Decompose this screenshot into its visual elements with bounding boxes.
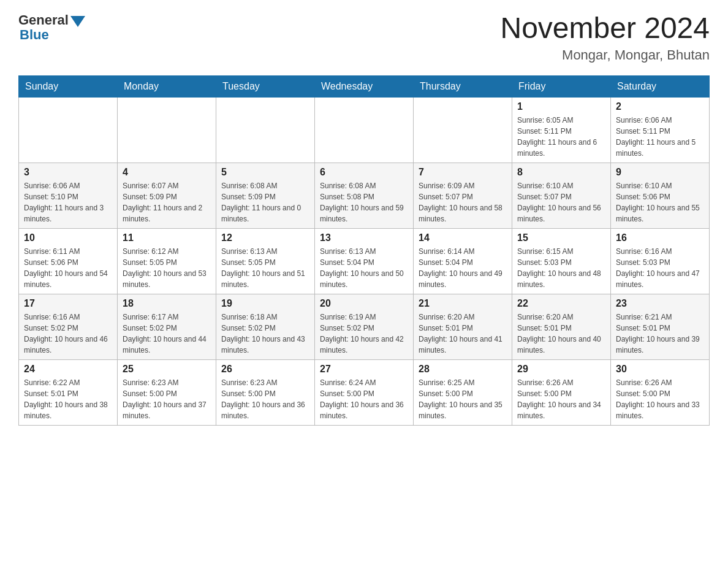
day-info: Sunrise: 6:06 AMSunset: 5:11 PMDaylight:… bbox=[616, 115, 704, 159]
page-header: General Blue November 2024 Mongar, Monga… bbox=[18, 12, 710, 63]
calendar-day-cell bbox=[118, 97, 216, 163]
calendar-day-cell: 15Sunrise: 6:15 AMSunset: 5:03 PMDayligh… bbox=[512, 228, 611, 294]
calendar-table: SundayMondayTuesdayWednesdayThursdayFrid… bbox=[18, 75, 710, 426]
calendar-day-cell: 2Sunrise: 6:06 AMSunset: 5:11 PMDaylight… bbox=[611, 97, 710, 163]
calendar-day-cell: 16Sunrise: 6:16 AMSunset: 5:03 PMDayligh… bbox=[611, 228, 710, 294]
day-info: Sunrise: 6:12 AMSunset: 5:05 PMDaylight:… bbox=[123, 246, 211, 290]
day-info: Sunrise: 6:10 AMSunset: 5:07 PMDaylight:… bbox=[517, 180, 605, 224]
day-info: Sunrise: 6:22 AMSunset: 5:01 PMDaylight:… bbox=[24, 377, 112, 421]
day-info: Sunrise: 6:13 AMSunset: 5:04 PMDaylight:… bbox=[320, 246, 408, 290]
day-info: Sunrise: 6:10 AMSunset: 5:06 PMDaylight:… bbox=[616, 180, 704, 224]
calendar-day-cell: 3Sunrise: 6:06 AMSunset: 5:10 PMDaylight… bbox=[19, 163, 118, 228]
calendar-weekday-friday: Friday bbox=[512, 75, 611, 97]
calendar-weekday-sunday: Sunday bbox=[19, 75, 118, 97]
calendar-day-cell: 9Sunrise: 6:10 AMSunset: 5:06 PMDaylight… bbox=[611, 163, 710, 228]
day-info: Sunrise: 6:06 AMSunset: 5:10 PMDaylight:… bbox=[24, 180, 112, 224]
calendar-week-row: 17Sunrise: 6:16 AMSunset: 5:02 PMDayligh… bbox=[19, 294, 710, 359]
day-number: 21 bbox=[419, 298, 507, 309]
day-number: 10 bbox=[24, 232, 112, 243]
logo-general-text: General bbox=[18, 12, 69, 28]
day-info: Sunrise: 6:05 AMSunset: 5:11 PMDaylight:… bbox=[517, 115, 605, 159]
day-info: Sunrise: 6:17 AMSunset: 5:02 PMDaylight:… bbox=[123, 312, 211, 356]
day-number: 24 bbox=[24, 364, 112, 375]
day-number: 14 bbox=[419, 232, 507, 243]
day-number: 22 bbox=[517, 298, 605, 309]
day-info: Sunrise: 6:09 AMSunset: 5:07 PMDaylight:… bbox=[419, 180, 507, 224]
calendar-weekday-monday: Monday bbox=[118, 75, 216, 97]
calendar-day-cell: 7Sunrise: 6:09 AMSunset: 5:07 PMDaylight… bbox=[414, 163, 512, 228]
day-info: Sunrise: 6:21 AMSunset: 5:01 PMDaylight:… bbox=[616, 312, 704, 356]
day-number: 23 bbox=[616, 298, 704, 309]
day-number: 15 bbox=[517, 232, 605, 243]
calendar-weekday-thursday: Thursday bbox=[414, 75, 512, 97]
calendar-day-cell: 11Sunrise: 6:12 AMSunset: 5:05 PMDayligh… bbox=[118, 228, 216, 294]
day-info: Sunrise: 6:26 AMSunset: 5:00 PMDaylight:… bbox=[616, 377, 704, 421]
day-info: Sunrise: 6:20 AMSunset: 5:01 PMDaylight:… bbox=[419, 312, 507, 356]
day-number: 28 bbox=[419, 364, 507, 375]
day-number: 5 bbox=[221, 167, 309, 178]
calendar-weekday-saturday: Saturday bbox=[611, 75, 710, 97]
calendar-day-cell: 1Sunrise: 6:05 AMSunset: 5:11 PMDaylight… bbox=[512, 97, 611, 163]
calendar-day-cell: 13Sunrise: 6:13 AMSunset: 5:04 PMDayligh… bbox=[315, 228, 414, 294]
day-number: 25 bbox=[123, 364, 211, 375]
calendar-weekday-wednesday: Wednesday bbox=[315, 75, 414, 97]
calendar-day-cell: 14Sunrise: 6:14 AMSunset: 5:04 PMDayligh… bbox=[414, 228, 512, 294]
logo-blue-text: Blue bbox=[20, 27, 49, 43]
calendar-header-row: SundayMondayTuesdayWednesdayThursdayFrid… bbox=[19, 75, 710, 97]
day-info: Sunrise: 6:13 AMSunset: 5:05 PMDaylight:… bbox=[221, 246, 309, 290]
calendar-day-cell bbox=[414, 97, 512, 163]
calendar-day-cell: 17Sunrise: 6:16 AMSunset: 5:02 PMDayligh… bbox=[19, 294, 118, 359]
calendar-day-cell: 28Sunrise: 6:25 AMSunset: 5:00 PMDayligh… bbox=[414, 359, 512, 425]
day-number: 13 bbox=[320, 232, 408, 243]
day-number: 9 bbox=[616, 167, 704, 178]
calendar-day-cell: 23Sunrise: 6:21 AMSunset: 5:01 PMDayligh… bbox=[611, 294, 710, 359]
location-title: Mongar, Mongar, Bhutan bbox=[500, 47, 710, 63]
calendar-day-cell: 25Sunrise: 6:23 AMSunset: 5:00 PMDayligh… bbox=[118, 359, 216, 425]
calendar-day-cell: 5Sunrise: 6:08 AMSunset: 5:09 PMDaylight… bbox=[216, 163, 315, 228]
day-info: Sunrise: 6:23 AMSunset: 5:00 PMDaylight:… bbox=[123, 377, 211, 421]
day-number: 27 bbox=[320, 364, 408, 375]
calendar-week-row: 1Sunrise: 6:05 AMSunset: 5:11 PMDaylight… bbox=[19, 97, 710, 163]
day-info: Sunrise: 6:20 AMSunset: 5:01 PMDaylight:… bbox=[517, 312, 605, 356]
day-info: Sunrise: 6:26 AMSunset: 5:00 PMDaylight:… bbox=[517, 377, 605, 421]
day-number: 1 bbox=[517, 101, 605, 112]
day-number: 29 bbox=[517, 364, 605, 375]
day-number: 11 bbox=[123, 232, 211, 243]
day-number: 18 bbox=[123, 298, 211, 309]
day-info: Sunrise: 6:08 AMSunset: 5:08 PMDaylight:… bbox=[320, 180, 408, 224]
day-info: Sunrise: 6:15 AMSunset: 5:03 PMDaylight:… bbox=[517, 246, 605, 290]
day-info: Sunrise: 6:19 AMSunset: 5:02 PMDaylight:… bbox=[320, 312, 408, 356]
day-number: 2 bbox=[616, 101, 704, 112]
day-number: 17 bbox=[24, 298, 112, 309]
day-number: 4 bbox=[123, 167, 211, 178]
month-title: November 2024 bbox=[500, 12, 710, 45]
calendar-week-row: 10Sunrise: 6:11 AMSunset: 5:06 PMDayligh… bbox=[19, 228, 710, 294]
day-info: Sunrise: 6:14 AMSunset: 5:04 PMDaylight:… bbox=[419, 246, 507, 290]
calendar-day-cell: 27Sunrise: 6:24 AMSunset: 5:00 PMDayligh… bbox=[315, 359, 414, 425]
day-info: Sunrise: 6:18 AMSunset: 5:02 PMDaylight:… bbox=[221, 312, 309, 356]
day-number: 30 bbox=[616, 364, 704, 375]
day-number: 26 bbox=[221, 364, 309, 375]
day-info: Sunrise: 6:16 AMSunset: 5:03 PMDaylight:… bbox=[616, 246, 704, 290]
logo-arrow-icon bbox=[70, 16, 85, 27]
calendar-weekday-tuesday: Tuesday bbox=[216, 75, 315, 97]
day-info: Sunrise: 6:07 AMSunset: 5:09 PMDaylight:… bbox=[123, 180, 211, 224]
day-info: Sunrise: 6:11 AMSunset: 5:06 PMDaylight:… bbox=[24, 246, 112, 290]
logo: General Blue bbox=[18, 12, 85, 43]
day-number: 20 bbox=[320, 298, 408, 309]
calendar-day-cell: 29Sunrise: 6:26 AMSunset: 5:00 PMDayligh… bbox=[512, 359, 611, 425]
day-info: Sunrise: 6:25 AMSunset: 5:00 PMDaylight:… bbox=[419, 377, 507, 421]
calendar-day-cell: 22Sunrise: 6:20 AMSunset: 5:01 PMDayligh… bbox=[512, 294, 611, 359]
title-section: November 2024 Mongar, Mongar, Bhutan bbox=[500, 12, 710, 63]
calendar-day-cell: 20Sunrise: 6:19 AMSunset: 5:02 PMDayligh… bbox=[315, 294, 414, 359]
calendar-day-cell: 18Sunrise: 6:17 AMSunset: 5:02 PMDayligh… bbox=[118, 294, 216, 359]
calendar-day-cell: 19Sunrise: 6:18 AMSunset: 5:02 PMDayligh… bbox=[216, 294, 315, 359]
calendar-day-cell: 26Sunrise: 6:23 AMSunset: 5:00 PMDayligh… bbox=[216, 359, 315, 425]
calendar-day-cell: 10Sunrise: 6:11 AMSunset: 5:06 PMDayligh… bbox=[19, 228, 118, 294]
day-number: 19 bbox=[221, 298, 309, 309]
calendar-day-cell: 30Sunrise: 6:26 AMSunset: 5:00 PMDayligh… bbox=[611, 359, 710, 425]
day-number: 16 bbox=[616, 232, 704, 243]
day-info: Sunrise: 6:08 AMSunset: 5:09 PMDaylight:… bbox=[221, 180, 309, 224]
day-info: Sunrise: 6:23 AMSunset: 5:00 PMDaylight:… bbox=[221, 377, 309, 421]
day-number: 8 bbox=[517, 167, 605, 178]
